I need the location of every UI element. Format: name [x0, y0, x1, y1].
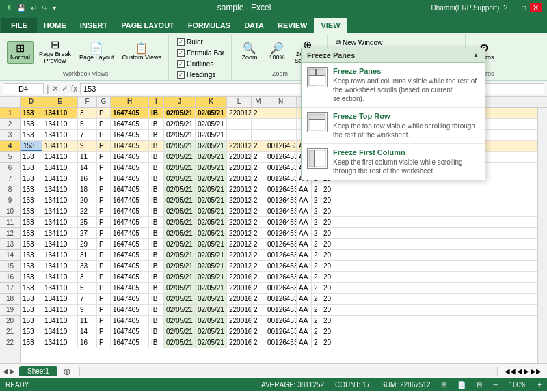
- cell-h17[interactable]: 1647405: [111, 283, 149, 293]
- tab-review[interactable]: REVIEW: [271, 18, 314, 33]
- zoom-plus-icon[interactable]: +: [537, 381, 542, 389]
- cell-h7[interactable]: 1647405: [111, 173, 149, 184]
- cell-h14[interactable]: 1647405: [111, 250, 149, 260]
- cell-i2[interactable]: IB: [149, 119, 164, 129]
- row-header-2[interactable]: 2: [0, 119, 20, 130]
- save-icon[interactable]: 💾: [16, 4, 27, 12]
- cell-m14[interactable]: 2: [252, 250, 265, 260]
- cell-h19[interactable]: 1647405: [111, 305, 149, 315]
- cell-l16[interactable]: 220016: [227, 272, 252, 282]
- undo-icon[interactable]: ↩: [29, 4, 38, 12]
- cell-f6[interactable]: 14: [78, 163, 97, 173]
- freeze-first-col-item[interactable]: Freeze First Column Keep the first colum…: [302, 144, 485, 180]
- cell-n20[interactable]: 00126453: [265, 316, 297, 326]
- cell-d4[interactable]: 153: [21, 141, 42, 151]
- cell-k6[interactable]: 02/05/21: [196, 163, 227, 173]
- cell-f11[interactable]: 25: [78, 217, 97, 227]
- cell-i22[interactable]: IB: [149, 337, 164, 348]
- cell-q11[interactable]: 20: [321, 217, 336, 227]
- cell-j18[interactable]: 02/05/21: [164, 294, 196, 304]
- cell-g7[interactable]: P: [97, 173, 111, 184]
- cell-e15[interactable]: 134110: [42, 261, 78, 271]
- scroll-left-icon[interactable]: ◀: [3, 367, 8, 375]
- cell-h5[interactable]: 1647405: [111, 152, 149, 162]
- row-header-19[interactable]: 19: [0, 305, 20, 316]
- cell-g21[interactable]: P: [97, 326, 111, 337]
- cell-r9[interactable]: [336, 195, 351, 206]
- cell-i15[interactable]: IB: [149, 261, 164, 271]
- zoom-100-btn[interactable]: 🔎 100%: [265, 42, 289, 63]
- cell-g5[interactable]: P: [97, 152, 111, 162]
- cell-n3[interactable]: [265, 130, 297, 140]
- cell-r11[interactable]: [336, 217, 351, 227]
- cell-d5[interactable]: 153: [21, 152, 42, 162]
- cell-p13[interactable]: 2: [312, 239, 321, 249]
- cell-e7[interactable]: 134110: [42, 173, 78, 184]
- cell-h16[interactable]: 1647405: [111, 272, 149, 282]
- cell-g11[interactable]: P: [97, 217, 111, 227]
- col-header-h[interactable]: H: [111, 97, 149, 107]
- cell-g16[interactable]: P: [97, 272, 111, 282]
- cell-o17[interactable]: AA: [297, 283, 312, 293]
- cell-h1[interactable]: 1647405: [111, 108, 149, 118]
- row-header-17[interactable]: 17: [0, 283, 20, 294]
- cell-r14[interactable]: [336, 250, 351, 260]
- vertical-scrollbar[interactable]: [537, 108, 547, 363]
- col-header-g[interactable]: G: [97, 97, 111, 107]
- cell-j10[interactable]: 02/05/21: [164, 206, 196, 216]
- col-header-j[interactable]: J: [164, 97, 196, 107]
- cell-k16[interactable]: 02/05/21: [196, 272, 227, 282]
- cell-d12[interactable]: 153: [21, 228, 42, 238]
- cell-l18[interactable]: 220016: [227, 294, 252, 304]
- cell-f20[interactable]: 11: [78, 316, 97, 326]
- cell-l5[interactable]: 220012: [227, 152, 252, 162]
- cell-k11[interactable]: 02/05/21: [196, 217, 227, 227]
- cell-q21[interactable]: 20: [321, 326, 336, 337]
- cell-d7[interactable]: 153: [21, 173, 42, 184]
- cell-k2[interactable]: 02/05/21: [196, 119, 227, 129]
- cell-i7[interactable]: IB: [149, 173, 164, 184]
- cell-d8[interactable]: 153: [21, 184, 42, 195]
- row-header-14[interactable]: 14: [0, 250, 20, 261]
- cell-q13[interactable]: 20: [321, 239, 336, 249]
- cell-e8[interactable]: 134110: [42, 184, 78, 195]
- cell-o21[interactable]: AA: [297, 326, 312, 337]
- cell-i18[interactable]: IB: [149, 294, 164, 304]
- cell-q16[interactable]: 20: [321, 272, 336, 282]
- cell-i10[interactable]: IB: [149, 206, 164, 216]
- cell-l9[interactable]: 220012: [227, 195, 252, 206]
- cell-f19[interactable]: 9: [78, 305, 97, 315]
- cell-p8[interactable]: 2: [312, 184, 321, 195]
- cell-i19[interactable]: IB: [149, 305, 164, 315]
- help-btn[interactable]: ?: [503, 3, 507, 12]
- insert-function-icon[interactable]: fx: [71, 84, 77, 94]
- cell-h12[interactable]: 1647405: [111, 228, 149, 238]
- cell-i17[interactable]: IB: [149, 283, 164, 293]
- cell-f16[interactable]: 3: [78, 272, 97, 282]
- gridlines-checkbox[interactable]: Gridlines: [174, 59, 227, 69]
- cell-q8[interactable]: 20: [321, 184, 336, 195]
- cell-g22[interactable]: P: [97, 337, 111, 348]
- cell-j4[interactable]: 02/05/21: [164, 141, 196, 151]
- scroll-end-icon[interactable]: ▶▶: [531, 367, 542, 375]
- cell-d10[interactable]: 153: [21, 206, 42, 216]
- cell-e14[interactable]: 134110: [42, 250, 78, 260]
- cell-o9[interactable]: AA: [297, 195, 312, 206]
- cell-i9[interactable]: IB: [149, 195, 164, 206]
- cell-d21[interactable]: 153: [21, 326, 42, 337]
- cell-m22[interactable]: 2: [252, 337, 265, 348]
- cell-f8[interactable]: 18: [78, 184, 97, 195]
- cell-j9[interactable]: 02/05/21: [164, 195, 196, 206]
- cell-p11[interactable]: 2: [312, 217, 321, 227]
- cell-n4[interactable]: 00126453: [265, 141, 297, 151]
- row-header-20[interactable]: 20: [0, 316, 20, 326]
- cell-n8[interactable]: 00126453: [265, 184, 297, 195]
- cell-k22[interactable]: 02/05/21: [196, 337, 227, 348]
- cell-d19[interactable]: 153: [21, 305, 42, 315]
- cell-e3[interactable]: 134110: [42, 130, 78, 140]
- cell-p21[interactable]: 2: [312, 326, 321, 337]
- cell-j20[interactable]: 02/05/21: [164, 316, 196, 326]
- cell-n2[interactable]: [265, 119, 297, 129]
- cell-g13[interactable]: P: [97, 239, 111, 249]
- cell-k1[interactable]: 02/05/21: [196, 108, 227, 118]
